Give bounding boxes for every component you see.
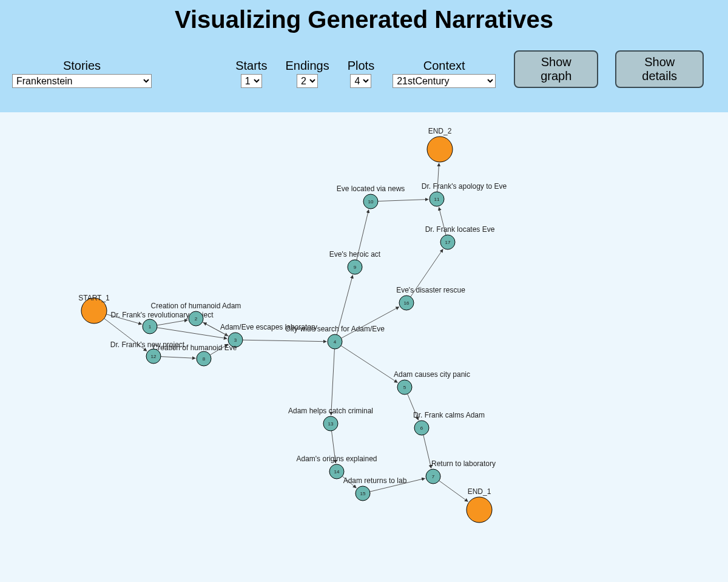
node-label: Return to laboratory [431,459,496,468]
node-label: Adam returns to lab [343,476,407,485]
graph-edge [331,349,335,415]
graph-edge [378,200,428,201]
graph-node-7[interactable]: 7Return to laboratory [426,459,496,484]
svg-point-2 [467,497,492,523]
node-label: Dr. Frank locates Eve [425,225,495,234]
controls-bar: Stories Frankenstein Starts 1 Endings 2 … [0,50,728,88]
node-number: 6 [420,425,423,431]
node-number: 15 [360,491,366,496]
node-number: 16 [404,300,410,306]
node-label: Eve located via news [337,184,405,193]
stories-label: Stories [63,59,101,73]
node-label: Dr. Frank's apology to Eve [422,182,507,191]
graph-node-END_1[interactable]: END_1 [467,487,492,523]
node-number: 8 [203,356,206,362]
node-number: 13 [328,421,334,427]
graph-node-16[interactable]: 16Eve's disaster rescue [396,286,465,310]
node-number: 4 [334,339,337,345]
node-label: Dr. Frank's new project [110,340,185,349]
graph-node-5[interactable]: 5Adam causes city panic [394,370,470,394]
node-number: 14 [334,469,340,475]
graph-node-6[interactable]: 6Dr. Frank calms Adam [413,411,485,435]
node-label: Adam helps catch criminal [288,407,373,415]
node-number: 3 [234,337,237,343]
node-label: END_2 [428,127,452,135]
context-label: Context [423,59,465,73]
graph-node-14[interactable]: 14Adam's origins explained [296,455,377,479]
stories-select[interactable]: Frankenstein [12,74,152,88]
endings-label: Endings [285,59,329,73]
node-number: 9 [354,265,357,270]
node-label: City-wide search for Adam/Eve [285,325,385,333]
graph-edge [341,346,397,383]
node-number: 2 [195,316,198,322]
svg-point-1 [427,137,453,162]
node-number: 1 [149,324,152,330]
node-label: Dr. Frank calms Adam [413,411,485,419]
context-select[interactable]: 21stCentury [393,74,496,88]
starts-label: Starts [235,59,267,73]
show-details-button[interactable]: Show details [615,50,704,88]
graph-node-17[interactable]: 17Dr. Frank locates Eve [425,225,495,249]
graph-edge [439,481,468,501]
endings-select[interactable]: 2 [297,74,318,88]
node-label: Adam causes city panic [394,370,470,379]
node-label: Eve's disaster rescue [396,286,465,294]
page-title: Visualizing Generated Narratives [0,6,728,33]
node-label: Eve's heroic act [329,250,381,259]
graph-edge [157,328,227,339]
show-graph-button[interactable]: Show graph [514,50,598,88]
node-label: START_1 [78,294,110,302]
graph-node-11[interactable]: 11Dr. Frank's apology to Eve [422,182,507,206]
graph-edge [342,307,399,339]
node-label: Creation of humanoid Adam [151,302,241,310]
narrative-graph[interactable]: START_1END_2END_11Dr. Frank's revolution… [0,112,728,549]
node-number: 12 [151,354,157,359]
graph-edge [161,357,195,359]
node-number: 17 [445,240,451,245]
starts-select[interactable]: 1 [241,74,262,88]
plots-select[interactable]: 4 [350,74,371,88]
graph-edge [157,320,187,325]
graph-node-13[interactable]: 13Adam helps catch criminal [288,407,373,431]
node-number: 5 [403,385,406,390]
graph-node-4[interactable]: 4City-wide search for Adam/Eve [285,325,385,349]
graph-node-END_2[interactable]: END_2 [427,127,453,162]
node-label: Adam's origins explained [296,455,377,463]
graph-node-15[interactable]: 15Adam returns to lab [343,476,407,501]
node-number: 7 [432,474,435,479]
graph-node-9[interactable]: 9Eve's heroic act [329,250,381,274]
node-number: 11 [434,197,440,202]
graph-node-10[interactable]: 10Eve located via news [337,184,405,209]
plots-label: Plots [348,59,374,73]
graph-node-12[interactable]: 12Dr. Frank's new project [110,340,185,364]
node-label: END_1 [468,487,491,496]
graph-edge [423,435,431,469]
node-number: 10 [368,199,374,205]
graph-edge [243,340,326,342]
